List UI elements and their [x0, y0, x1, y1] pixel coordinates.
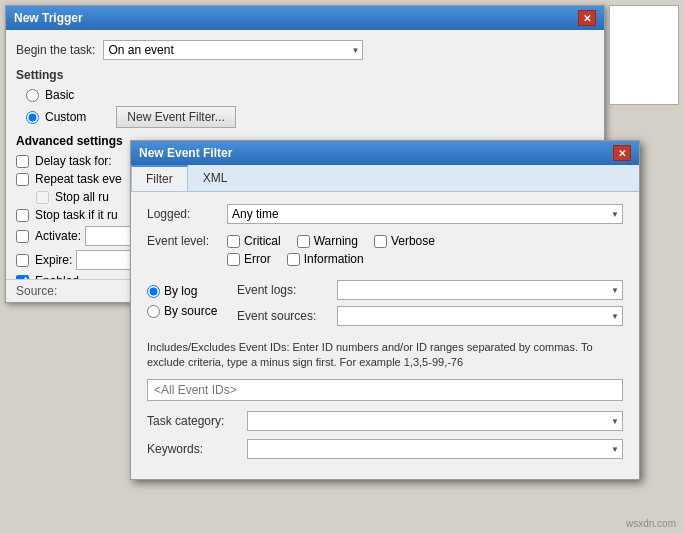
by-log-label[interactable]: By log: [147, 284, 197, 298]
settings-options: Basic Custom New Event Filter...: [16, 88, 594, 128]
stop-all-checkbox[interactable]: [36, 191, 49, 204]
right-panel: [609, 5, 679, 105]
source-label: Source:: [16, 284, 57, 298]
event-sources-select-wrapper: [337, 306, 623, 326]
verbose-checkbox[interactable]: [374, 235, 387, 248]
information-label: Information: [304, 252, 364, 266]
tab-filter[interactable]: Filter: [131, 165, 188, 191]
activate-checkbox[interactable]: [16, 230, 29, 243]
filter-window: New Event Filter ✕ Filter XML Logged: An…: [130, 140, 640, 480]
event-sources-row: Event sources:: [237, 306, 623, 326]
verbose-level-label[interactable]: Verbose: [374, 234, 435, 248]
log-source-radios: By log By source: [147, 284, 237, 328]
event-level-label: Event level:: [147, 234, 227, 248]
trigger-title: New Trigger: [14, 11, 83, 25]
trigger-title-bar: New Trigger ✕: [6, 6, 604, 30]
filter-content: Logged: Any time Event level: Critical: [131, 192, 639, 479]
repeat-checkbox[interactable]: [16, 173, 29, 186]
error-checkbox[interactable]: [227, 253, 240, 266]
event-level-bottom-row: Error Information: [227, 252, 447, 266]
error-label: Error: [244, 252, 271, 266]
custom-radio-row: Custom New Event Filter...: [26, 106, 594, 128]
delay-checkbox[interactable]: [16, 155, 29, 168]
event-level-row: Event level: Critical Warning: [147, 234, 623, 270]
task-category-label: Task category:: [147, 414, 247, 428]
keywords-label: Keywords:: [147, 442, 247, 456]
source-selects: Event logs: Event sources:: [237, 280, 623, 332]
event-logs-label: Event logs:: [237, 283, 337, 297]
expire-label: Expire:: [35, 253, 72, 267]
stop-all-label: Stop all ru: [55, 190, 109, 204]
warning-checkbox[interactable]: [297, 235, 310, 248]
watermark: wsxdn.com: [626, 518, 676, 529]
keywords-select-wrapper: [247, 439, 623, 459]
begin-task-label: Begin the task:: [16, 43, 95, 57]
event-logs-row: Event logs:: [237, 280, 623, 300]
information-level-label[interactable]: Information: [287, 252, 364, 266]
filter-title-bar: New Event Filter ✕: [131, 141, 639, 165]
delay-label[interactable]: Delay task for:: [35, 154, 112, 168]
logged-label: Logged:: [147, 207, 227, 221]
critical-level-label[interactable]: Critical: [227, 234, 281, 248]
stop-task-label[interactable]: Stop task if it ru: [35, 208, 118, 222]
event-logs-select-wrapper: [337, 280, 623, 300]
event-levels: Critical Warning Verbose: [227, 234, 447, 270]
task-category-row: Task category:: [147, 411, 623, 431]
basic-label[interactable]: Basic: [45, 88, 74, 102]
event-ids-description: Includes/Excludes Event IDs: Enter ID nu…: [147, 340, 623, 371]
warning-label: Warning: [314, 234, 358, 248]
by-log-radio[interactable]: [147, 285, 160, 298]
expire-checkbox[interactable]: [16, 254, 29, 267]
by-source-label[interactable]: By source: [147, 304, 217, 318]
new-event-filter-button[interactable]: New Event Filter...: [116, 106, 235, 128]
critical-checkbox[interactable]: [227, 235, 240, 248]
warning-level-label[interactable]: Warning: [297, 234, 358, 248]
verbose-label: Verbose: [391, 234, 435, 248]
begin-task-row: Begin the task: On an event: [16, 40, 594, 60]
keywords-select[interactable]: [247, 439, 623, 459]
by-source-text: By source: [164, 304, 217, 318]
event-sources-select[interactable]: [337, 306, 623, 326]
basic-radio-row: Basic: [26, 88, 594, 102]
task-category-select-wrapper: [247, 411, 623, 431]
by-log-text: By log: [164, 284, 197, 298]
logged-select-wrapper: Any time: [227, 204, 623, 224]
task-category-select[interactable]: [247, 411, 623, 431]
event-ids-input[interactable]: [147, 379, 623, 401]
custom-label[interactable]: Custom: [45, 110, 86, 124]
filter-title: New Event Filter: [139, 146, 232, 160]
by-log-row: By log: [147, 284, 237, 298]
log-source-section: By log By source Event logs:: [147, 280, 623, 332]
event-level-top-row: Critical Warning Verbose: [227, 234, 447, 248]
by-source-row: By source: [147, 304, 237, 318]
event-logs-select[interactable]: [337, 280, 623, 300]
activate-label: Activate:: [35, 229, 81, 243]
trigger-close-button[interactable]: ✕: [578, 10, 596, 26]
keywords-row: Keywords:: [147, 439, 623, 459]
repeat-label[interactable]: Repeat task eve: [35, 172, 122, 186]
filter-body: Filter XML Logged: Any time Event level:: [131, 165, 639, 479]
error-level-label[interactable]: Error: [227, 252, 271, 266]
critical-label: Critical: [244, 234, 281, 248]
begin-task-select[interactable]: On an event: [103, 40, 363, 60]
tab-bar: Filter XML: [131, 165, 639, 192]
logged-select[interactable]: Any time: [227, 204, 623, 224]
settings-label: Settings: [16, 68, 594, 82]
logged-row: Logged: Any time: [147, 204, 623, 224]
begin-task-select-wrapper: On an event: [103, 40, 363, 60]
event-sources-label: Event sources:: [237, 309, 337, 323]
by-source-radio[interactable]: [147, 305, 160, 318]
filter-close-button[interactable]: ✕: [613, 145, 631, 161]
custom-radio[interactable]: [26, 111, 39, 124]
basic-radio[interactable]: [26, 89, 39, 102]
tab-xml[interactable]: XML: [188, 165, 243, 191]
stop-task-checkbox[interactable]: [16, 209, 29, 222]
information-checkbox[interactable]: [287, 253, 300, 266]
